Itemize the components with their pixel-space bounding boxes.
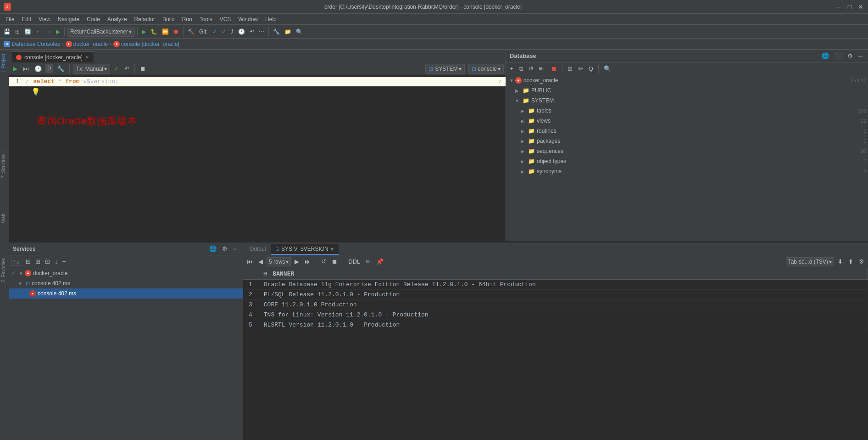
- ddl-button[interactable]: DDL: [346, 257, 362, 266]
- services-console-parent[interactable]: ▼ ⊡ console 402 ms: [9, 278, 243, 288]
- menu-help[interactable]: Help: [262, 15, 280, 23]
- toolbar-stop-button[interactable]: ⏹: [172, 26, 181, 37]
- code-editor[interactable]: 1 ✓ select * from v$version; ✓ 💡 查询Oracl…: [9, 75, 506, 241]
- rows-per-page-dropdown[interactable]: 5 rows ▾: [267, 257, 291, 266]
- tree-sequences[interactable]: ▶ 📁 sequences 20: [506, 146, 868, 156]
- services-group-button[interactable]: ⊡: [43, 257, 52, 266]
- menu-navigate[interactable]: Navigate: [54, 15, 83, 23]
- menu-vcs[interactable]: VCS: [216, 15, 235, 23]
- toolbar-git-commit[interactable]: ✓: [220, 26, 228, 37]
- console-dropdown[interactable]: ⊡ console ▾: [468, 64, 504, 74]
- project-tab[interactable]: 1: Project: [0, 50, 9, 77]
- db-search-filter-button[interactable]: 🔍: [602, 64, 613, 73]
- services-globe-icon[interactable]: 🌐: [207, 244, 218, 253]
- db-edit-button[interactable]: ✏: [576, 64, 585, 73]
- ddl-edit-button[interactable]: ✏: [364, 257, 373, 266]
- toolbar-save-button[interactable]: 💾: [2, 26, 12, 37]
- next-page-button[interactable]: ▶: [293, 257, 301, 266]
- pinned-button[interactable]: P: [45, 64, 53, 73]
- db-copy-button[interactable]: ⧉: [517, 64, 525, 73]
- toolbar-forward-button[interactable]: →: [44, 26, 53, 37]
- toolbar-build-button[interactable]: 🔨: [186, 26, 196, 37]
- menu-file[interactable]: File: [2, 15, 18, 23]
- tools-button[interactable]: 🔧: [55, 64, 66, 73]
- toolbar-git-history[interactable]: 🕐: [236, 26, 247, 37]
- prev-page-button[interactable]: ◀: [256, 257, 265, 266]
- upload-button[interactable]: ⬆: [846, 257, 855, 266]
- breadcrumb-database-consoles[interactable]: Database Consoles: [12, 41, 60, 47]
- toolbar-git-update[interactable]: ✓: [211, 26, 219, 37]
- toolbar-settings-button[interactable]: 🔧: [271, 26, 282, 37]
- db-stop-button[interactable]: ⏹: [549, 64, 559, 73]
- tree-object-types[interactable]: ▶ 📁 object types 1: [506, 156, 868, 166]
- services-settings-icon[interactable]: ⚙: [220, 244, 229, 253]
- close-button[interactable]: ✕: [857, 3, 864, 11]
- last-page-button[interactable]: ⏭: [303, 257, 312, 266]
- toolbar-sync-button[interactable]: 🔄: [22, 26, 33, 37]
- minimize-button[interactable]: ─: [835, 3, 842, 11]
- db-refresh-button[interactable]: ↺: [527, 64, 535, 73]
- breadcrumb-console[interactable]: console [docker_oracle]: [121, 41, 179, 47]
- export-button[interactable]: ⬇: [836, 257, 845, 266]
- first-page-button[interactable]: ⏮: [245, 257, 255, 266]
- tree-tables[interactable]: ▶ 📁 tables 156: [506, 106, 868, 116]
- cancel-query-button[interactable]: 🕐: [33, 64, 44, 73]
- toolbar-search-button[interactable]: 🔍: [294, 26, 305, 37]
- tx-dropdown[interactable]: Tx: Manual ▾: [73, 64, 110, 74]
- stop-button[interactable]: ⏹: [138, 64, 148, 73]
- tree-public[interactable]: ▶ 📁 PUBLIC: [506, 85, 868, 96]
- services-add-button[interactable]: +: [61, 257, 68, 266]
- reload-button[interactable]: ↺: [319, 257, 328, 266]
- db-close-icon[interactable]: ─: [857, 51, 864, 60]
- services-expand-all[interactable]: ⊞: [33, 257, 42, 266]
- web-tab[interactable]: Web: [0, 209, 9, 226]
- toolbar-debug-button[interactable]: ▶: [140, 26, 148, 37]
- tree-views[interactable]: ▶ 📁 views 12: [506, 116, 868, 126]
- commit-button[interactable]: ✓: [112, 64, 121, 73]
- toolbar-save-all-button[interactable]: ⊞: [13, 26, 22, 37]
- menu-refactor[interactable]: Refactor: [131, 15, 159, 23]
- toolbar-vcs-root[interactable]: 📁: [283, 26, 293, 37]
- toolbar-git-push[interactable]: ⤴: [229, 26, 235, 37]
- menu-run[interactable]: Run: [178, 15, 196, 23]
- console-tab[interactable]: console [docker_oracle] ✕: [11, 51, 94, 62]
- tree-connection-docker-oracle[interactable]: ▼ ● docker_oracle 2 of 37: [506, 75, 868, 85]
- toolbar-run-button[interactable]: ▶: [54, 26, 62, 37]
- tree-system[interactable]: ▼ 📁 SYSTEM: [506, 96, 868, 106]
- menu-analyze[interactable]: Analyze: [104, 15, 131, 23]
- services-scroll-button[interactable]: ↕: [53, 257, 60, 266]
- db-add-button[interactable]: +: [508, 64, 515, 73]
- schema-dropdown[interactable]: ⊟ SYSTEM ▾: [425, 64, 464, 74]
- menu-view[interactable]: View: [35, 15, 54, 23]
- column-settings-button[interactable]: ⚙: [857, 257, 866, 266]
- pin-button[interactable]: 📌: [374, 257, 385, 266]
- toolbar-more-git[interactable]: ⋯: [257, 26, 266, 37]
- services-collapse-all[interactable]: ⊟: [24, 257, 33, 266]
- tree-packages[interactable]: ▶ 📁 packages 1: [506, 136, 868, 146]
- run-all-button[interactable]: ⏭: [21, 64, 31, 73]
- menu-code[interactable]: Code: [83, 15, 104, 23]
- tab-close-button[interactable]: ✕: [85, 55, 89, 60]
- favorites-tab[interactable]: 2: Favorites: [0, 254, 9, 286]
- db-filter-button[interactable]: ≡↑: [537, 64, 547, 73]
- tree-routines[interactable]: ▶ 📁 routines 1: [506, 126, 868, 136]
- menu-build[interactable]: Build: [159, 15, 178, 23]
- db-query-button[interactable]: Q: [587, 64, 595, 73]
- menu-edit[interactable]: Edit: [18, 15, 35, 23]
- structure-tab[interactable]: 7: Structure: [0, 150, 9, 182]
- tsv-dropdown[interactable]: Tab-se...d (TSV) ▾: [786, 257, 834, 266]
- run-config-dropdown[interactable]: ReturnCallBackListener ▾: [67, 27, 135, 37]
- db-minimize-icon[interactable]: ⬛: [833, 51, 844, 60]
- query-tab-close[interactable]: ✕: [330, 247, 334, 252]
- output-tab[interactable]: Output: [245, 244, 271, 255]
- toolbar-coverage-button[interactable]: 🐛: [149, 26, 159, 37]
- maximize-button[interactable]: □: [846, 3, 853, 11]
- toolbar-profile-button[interactable]: ⏩: [160, 26, 171, 37]
- db-settings-icon[interactable]: ⚙: [846, 51, 855, 60]
- menu-tools[interactable]: Tools: [196, 15, 216, 23]
- menu-window[interactable]: Window: [234, 15, 262, 23]
- tree-synonyms[interactable]: ▶ 📁 synonyms 8: [506, 166, 868, 176]
- toolbar-rollback[interactable]: ↶: [248, 26, 256, 37]
- stop-results-button[interactable]: ⏹: [330, 257, 339, 266]
- services-console-selected[interactable]: ● console 402 ms: [9, 288, 243, 299]
